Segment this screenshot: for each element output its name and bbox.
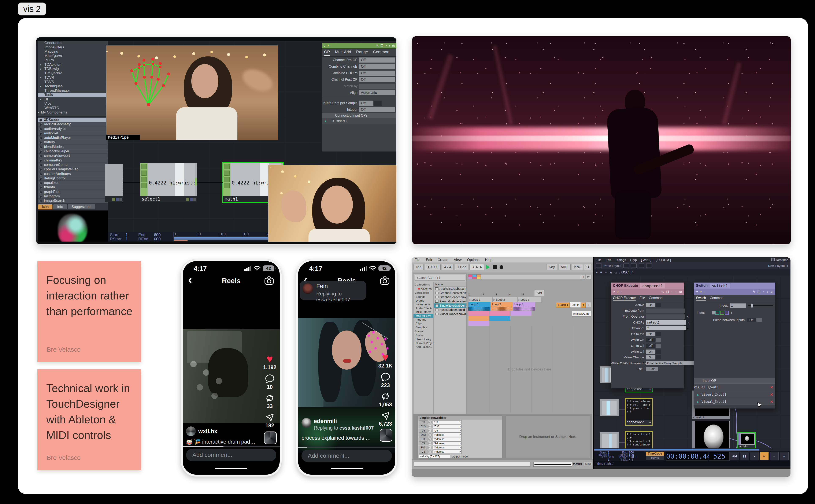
category-item[interactable]: Samples xyxy=(414,325,434,329)
reply-line[interactable]: Replying to essa.kashif007 xyxy=(314,425,374,431)
mini-clip[interactable] xyxy=(468,311,489,316)
component-item[interactable]: cameraViewport xyxy=(38,154,108,158)
node-select1[interactable]: 0.4222 h1:wrist:y select1 xyxy=(140,163,197,202)
palette-item[interactable]: ▸ TDVR xyxy=(38,75,108,80)
parameter-value[interactable]: Off xyxy=(359,64,395,69)
network-path[interactable]: / OSC_In xyxy=(620,270,633,274)
menu-item[interactable]: [ WIKI ] xyxy=(641,258,651,262)
dialog-node-name[interactable]: switch1 xyxy=(710,283,730,288)
note-go-icon[interactable]: ▸ xyxy=(428,450,432,453)
select-chop-node[interactable] xyxy=(600,432,619,448)
expand-icon[interactable]: ✛ xyxy=(649,420,651,425)
home-indicator[interactable] xyxy=(215,468,247,469)
address-field[interactable]: /Address xyxy=(433,437,462,441)
solo-button[interactable]: S xyxy=(586,302,591,308)
select-chop-node[interactable] xyxy=(600,399,619,420)
dialog-tab[interactable]: File xyxy=(640,296,645,301)
index-slider[interactable] xyxy=(748,305,773,306)
menu-item[interactable]: Dialogs xyxy=(616,258,626,262)
play-button[interactable]: ▸ xyxy=(760,452,769,460)
palette-item[interactable]: Tools xyxy=(38,93,108,97)
node-flags[interactable] xyxy=(140,163,148,196)
copy-icon[interactable]: ◔ xyxy=(385,43,387,48)
address-field[interactable]: /D3 xyxy=(433,429,462,433)
category-item[interactable]: Audio Effects xyxy=(414,306,434,310)
audio-tile[interactable] xyxy=(264,432,277,444)
audio-clip[interactable]: Loop 3 xyxy=(513,302,535,311)
name-column-header[interactable]: Name xyxy=(434,282,467,287)
component-item[interactable]: imageSearch xyxy=(38,199,108,203)
palette-item[interactable]: POPs xyxy=(38,58,108,63)
note-go-icon[interactable]: ▸ xyxy=(428,446,432,449)
target-icon[interactable]: ◎ xyxy=(770,290,773,294)
timecode-button[interactable]: TimeCode xyxy=(646,452,664,456)
switch-top-node[interactable]: switch1 xyxy=(738,433,755,448)
toggle-knob[interactable] xyxy=(373,101,382,106)
rewind-button[interactable]: ◀◀ xyxy=(730,452,739,460)
mini-clip[interactable] xyxy=(490,316,510,321)
record-button[interactable] xyxy=(500,265,504,269)
track-io-cell[interactable]: AnalysisGrab xyxy=(572,311,591,317)
palette-item[interactable]: TDSynchro xyxy=(38,71,108,76)
note-go-icon[interactable]: ▸ xyxy=(428,421,432,424)
overdub-button[interactable]: D xyxy=(584,264,591,270)
audio-clip[interactable]: Loop 1 xyxy=(468,302,491,311)
avatar[interactable] xyxy=(301,418,311,428)
copy-icon[interactable]: ◔ xyxy=(762,290,764,294)
sticky-note-2[interactable]: Technical work in TouchDesigner with Abl… xyxy=(37,369,141,470)
velocity-select[interactable]: velocity (0 - 127) xyxy=(419,455,450,459)
remix-icon[interactable] xyxy=(265,393,274,403)
parameter-value[interactable]: Edit xyxy=(646,367,658,371)
mini-clip[interactable] xyxy=(468,316,489,321)
key-button[interactable]: Key xyxy=(546,264,557,270)
palette-item[interactable]: ▸ TDAbleton xyxy=(38,63,108,67)
palette-tab[interactable]: Icon xyxy=(38,204,52,209)
device-drop-zone[interactable]: Drop an Instrument or Sample Here xyxy=(506,415,590,458)
connected-input-row[interactable]: ▲ 0 select1 xyxy=(322,118,396,124)
parameter-value[interactable]: Off xyxy=(359,101,373,106)
monitor-cell[interactable]: 1 xyxy=(581,302,586,308)
chop-execute-dialog[interactable]: CHOP Execute chopexec1 ? ? i ✎ ❑ ◔ + ◎ C… xyxy=(611,283,684,388)
parameter-value[interactable]: Automatic xyxy=(359,90,395,95)
add-icon[interactable]: + xyxy=(388,43,390,48)
like-icon[interactable]: ♥ xyxy=(382,352,389,362)
info-icon[interactable]: i xyxy=(621,290,621,294)
audio-clip[interactable]: Loop 2 xyxy=(491,302,513,311)
audio-tile[interactable] xyxy=(380,429,392,442)
palette-item[interactable]: Generators xyxy=(38,41,108,45)
palette-item[interactable]: WebRTC xyxy=(38,106,108,110)
parameter-value[interactable]: Off xyxy=(359,57,395,63)
loop-slot[interactable]: Loop 3 xyxy=(517,297,542,302)
expand-icon[interactable]: ▸ xyxy=(40,67,41,71)
switch-dialog[interactable]: Switch switch1 ? ? i ✎ ❑ ◔ + ◎ SwitchCom… xyxy=(694,283,775,408)
sticky-note-1[interactable]: Focusing on interaction rather than perf… xyxy=(37,261,141,362)
parameter-value[interactable]: On xyxy=(646,332,661,336)
parameter-tab[interactable]: Mult-Add xyxy=(335,50,351,56)
home-icon[interactable]: ⌂ xyxy=(615,270,617,274)
parameter-value[interactable]: * xyxy=(646,326,689,330)
add-comment-input[interactable]: Add comment... xyxy=(301,450,392,462)
loop-slot[interactable]: Loop 2 xyxy=(493,297,517,302)
address-field[interactable]: /C3 xyxy=(433,420,462,424)
target-icon[interactable]: ◎ xyxy=(392,43,395,48)
index-value[interactable]: 1 xyxy=(730,303,746,308)
address-field[interactable]: /Address xyxy=(433,446,462,449)
palette-item[interactable]: Vive xyxy=(38,101,108,106)
component-item[interactable]: customAttributes xyxy=(38,172,108,176)
menu-item[interactable]: View xyxy=(454,258,462,262)
category-item[interactable]: Max for Live xyxy=(414,314,434,318)
category-item[interactable]: Sounds xyxy=(414,295,434,299)
avatar[interactable] xyxy=(186,426,196,436)
up-arrow-icon[interactable]: ▲ xyxy=(694,393,702,396)
time-signature[interactable]: 4 / 4 xyxy=(442,264,454,270)
help-icon[interactable]: ? xyxy=(613,290,615,294)
component-item[interactable]: firmata xyxy=(38,185,108,190)
parameter-value[interactable] xyxy=(646,309,685,313)
expand-icon[interactable]: ▸ xyxy=(40,75,41,80)
palette-item[interactable]: ThreadManager xyxy=(38,89,108,93)
address-field[interactable]: /Address xyxy=(433,433,462,437)
palette-item-my-components[interactable]: ▸ My Components xyxy=(38,110,108,115)
favorites-item[interactable]: Favorites xyxy=(414,287,434,290)
device-file-row[interactable]: GrabberReceiver.amxd xyxy=(434,291,467,295)
menu-item[interactable]: Edit xyxy=(426,258,432,262)
